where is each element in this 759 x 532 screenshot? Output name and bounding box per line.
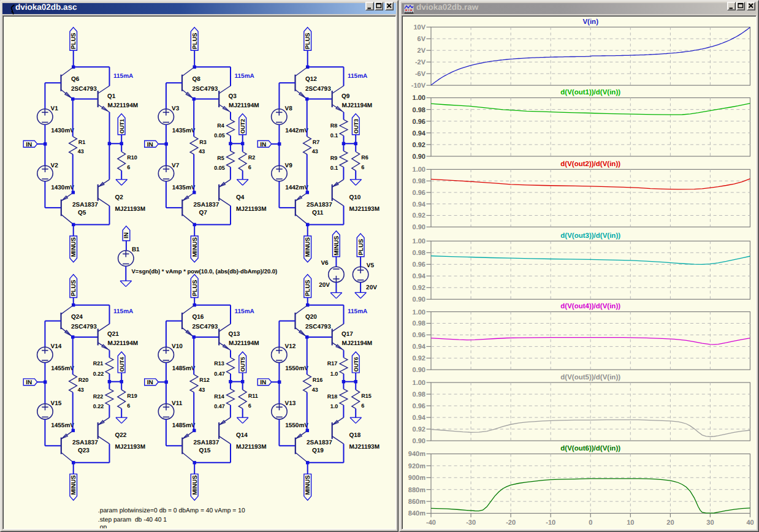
- svg-text:Q14: Q14: [236, 432, 248, 439]
- svg-text:R20: R20: [78, 377, 89, 383]
- svg-text:R7: R7: [313, 139, 320, 145]
- svg-text:1442mV: 1442mV: [285, 184, 308, 191]
- svg-text:Q8: Q8: [193, 76, 201, 83]
- svg-text:MINUS: MINUS: [305, 475, 311, 495]
- svg-text:30: 30: [706, 519, 714, 526]
- svg-text:MINUS: MINUS: [71, 237, 77, 257]
- svg-text:OUT6: OUT6: [353, 357, 359, 371]
- svg-text:Q4: Q4: [236, 194, 245, 201]
- svg-text:MJ21194M: MJ21194M: [229, 102, 259, 109]
- svg-text:2SA1837: 2SA1837: [72, 202, 98, 208]
- svg-text:R22: R22: [93, 393, 104, 400]
- svg-text:0.90: 0.90: [413, 438, 425, 445]
- svg-text:Q21: Q21: [107, 331, 119, 338]
- svg-text:PLUS: PLUS: [192, 32, 199, 49]
- svg-text:PLUS: PLUS: [192, 279, 199, 296]
- svg-text:6: 6: [127, 403, 130, 409]
- svg-text:MJ21193M: MJ21193M: [236, 444, 266, 450]
- svg-text:2V: 2V: [418, 47, 426, 55]
- svg-text:0.98: 0.98: [413, 178, 425, 185]
- svg-text:PLUS: PLUS: [305, 279, 311, 296]
- svg-text:1435mV: 1435mV: [172, 184, 196, 191]
- svg-text:OUT1: OUT1: [119, 119, 125, 134]
- svg-text:0.94: 0.94: [413, 273, 426, 280]
- svg-text:6: 6: [361, 164, 364, 170]
- svg-text:Q16: Q16: [193, 314, 204, 321]
- svg-text:1550mV: 1550mV: [285, 365, 308, 372]
- svg-text:940m: 940m: [408, 450, 425, 458]
- svg-text:0.92: 0.92: [413, 355, 425, 362]
- svg-text:Q22: Q22: [115, 432, 127, 439]
- svg-text:2SA1837: 2SA1837: [194, 439, 219, 446]
- svg-text:V14: V14: [51, 343, 62, 350]
- svg-text:-6V: -6V: [415, 70, 426, 78]
- svg-text:115mA: 115mA: [235, 73, 254, 80]
- svg-text:0.98: 0.98: [413, 391, 425, 398]
- svg-text:40: 40: [746, 519, 753, 526]
- svg-text:43: 43: [199, 387, 205, 393]
- svg-text:920m: 920m: [408, 463, 425, 470]
- svg-text:R2: R2: [248, 154, 256, 161]
- svg-text:20: 20: [666, 519, 674, 526]
- svg-text:V(in): V(in): [582, 18, 598, 26]
- svg-text:0.94: 0.94: [413, 343, 426, 351]
- svg-text:R3: R3: [199, 139, 207, 145]
- svg-text:0.96: 0.96: [413, 261, 425, 268]
- svg-text:Q9: Q9: [341, 93, 350, 100]
- svg-text:R10: R10: [127, 154, 137, 161]
- svg-text:d(V(out6))/d(V(in)): d(V(out6))/d(V(in)): [560, 445, 620, 452]
- svg-text:115mA: 115mA: [113, 73, 133, 80]
- svg-text:115mA: 115mA: [348, 308, 367, 315]
- svg-text:0.90: 0.90: [413, 153, 425, 161]
- svg-text:MINUS: MINUS: [192, 237, 199, 257]
- svg-text:R4: R4: [217, 123, 224, 129]
- svg-text:-30: -30: [466, 519, 476, 526]
- svg-text:MJ21194M: MJ21194M: [108, 102, 138, 109]
- svg-text:0: 0: [589, 519, 592, 526]
- svg-text:PLUS: PLUS: [71, 279, 77, 296]
- svg-text:Q5: Q5: [78, 210, 86, 216]
- svg-text:2SA1837: 2SA1837: [72, 439, 98, 446]
- svg-text:0.05: 0.05: [214, 165, 225, 171]
- svg-text:43: 43: [78, 387, 84, 393]
- svg-text:0.96: 0.96: [413, 189, 425, 197]
- svg-text:R14: R14: [214, 393, 224, 400]
- svg-text:0.98: 0.98: [413, 107, 425, 114]
- svg-text:1.0: 1.0: [330, 403, 338, 409]
- svg-text:Q3: Q3: [228, 93, 237, 100]
- svg-text:Q7: Q7: [199, 210, 207, 216]
- svg-text:2SC4793: 2SC4793: [193, 86, 218, 93]
- svg-text:PLUS: PLUS: [358, 239, 365, 256]
- svg-text:1485mV: 1485mV: [172, 422, 196, 429]
- svg-text:IN: IN: [147, 379, 153, 386]
- svg-text:0.94: 0.94: [413, 201, 426, 208]
- svg-text:1.00: 1.00: [413, 94, 425, 102]
- svg-text:Q6: Q6: [71, 76, 80, 83]
- svg-text:IN: IN: [260, 379, 266, 386]
- svg-text:840m: 840m: [408, 510, 425, 517]
- svg-text:IN: IN: [147, 142, 153, 148]
- svg-text:MJ21193M: MJ21193M: [115, 444, 145, 450]
- svg-text:Q24: Q24: [71, 314, 83, 321]
- svg-text:Q1: Q1: [107, 93, 116, 100]
- svg-text:PLUS: PLUS: [71, 32, 77, 49]
- svg-text:R11: R11: [248, 393, 258, 399]
- svg-text:-2V: -2V: [415, 59, 426, 66]
- svg-text:V7: V7: [172, 162, 180, 169]
- svg-text:6: 6: [248, 164, 251, 170]
- svg-text:10V: 10V: [413, 24, 425, 31]
- svg-text:-10: -10: [546, 519, 555, 526]
- svg-text:0.1: 0.1: [330, 165, 338, 171]
- svg-text:R13: R13: [214, 360, 224, 367]
- svg-text:R1: R1: [78, 139, 86, 145]
- svg-text:0.94: 0.94: [413, 130, 426, 137]
- svg-text:V15: V15: [51, 400, 62, 407]
- svg-text:20V: 20V: [366, 284, 377, 291]
- svg-text:115mA: 115mA: [348, 73, 367, 80]
- svg-text:V=sgn(db) * vAmp * pow(10.0, (: V=sgn(db) * vAmp * pow(10.0, (abs(db)-db…: [132, 268, 278, 275]
- svg-text:0.92: 0.92: [413, 284, 425, 292]
- svg-text:MJ21193M: MJ21193M: [349, 206, 380, 213]
- svg-text:MJ21193M: MJ21193M: [349, 444, 380, 450]
- svg-text:1435mV: 1435mV: [172, 127, 196, 134]
- svg-text:d(V(out3))/d(V(in)): d(V(out3))/d(V(in)): [560, 232, 620, 240]
